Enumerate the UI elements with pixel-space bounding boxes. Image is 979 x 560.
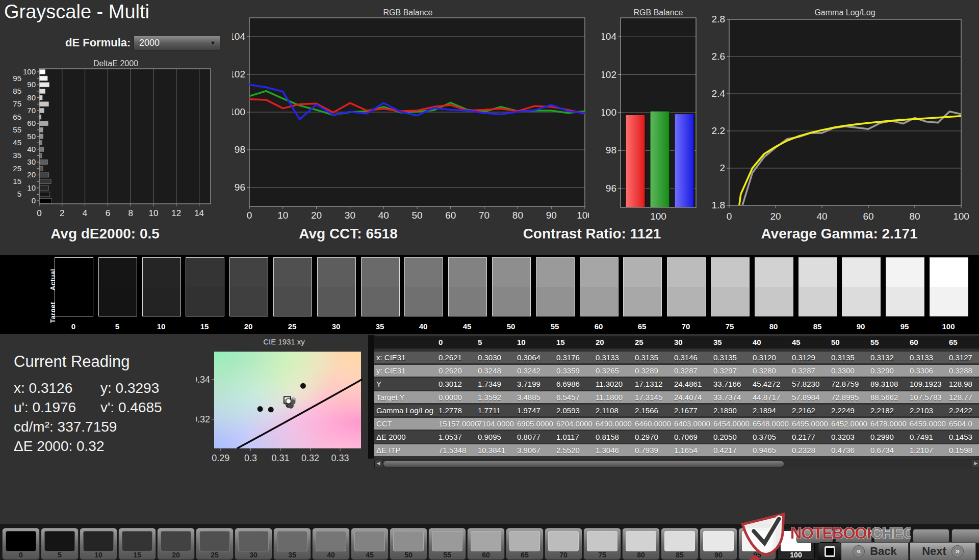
level-button-50[interactable]: 50 — [390, 528, 427, 560]
gray-swatch-label: 35 — [361, 322, 399, 331]
table-cell: 3.9067 — [517, 446, 540, 455]
table-row-label: ΔE ITP — [376, 446, 401, 455]
svg-text:50: 50 — [411, 210, 422, 221]
table-column-header: 35 — [713, 338, 722, 346]
gray-swatch-80 — [755, 257, 793, 316]
table-column-header: 10 — [517, 338, 526, 346]
svg-text:102: 102 — [602, 69, 616, 80]
level-button-65[interactable]: 65 — [506, 528, 544, 560]
table-cell: 2.1566 — [635, 406, 658, 415]
level-button-swatch — [316, 531, 346, 551]
gray-swatch-label: 100 — [930, 322, 967, 331]
level-button-70[interactable]: 70 — [545, 528, 582, 560]
level-button-0[interactable]: 0 — [2, 528, 40, 560]
svg-text:2: 2 — [719, 163, 725, 173]
chart-cie-1931-xy: CIE 1931 xy0.290.30.310.320.330.320.34 — [196, 336, 367, 468]
level-button-30[interactable]: 30 — [235, 528, 272, 560]
level-button-swatch — [6, 531, 36, 551]
table-cell: 2.1890 — [713, 406, 737, 415]
table-cell: 2.1677 — [674, 406, 698, 415]
table-column-header: 65 — [949, 338, 958, 346]
level-button-55[interactable]: 55 — [428, 528, 466, 560]
table-row-label: Y — [376, 380, 381, 388]
table-cell: 2.5520 — [556, 446, 580, 455]
table-row-label: CCT — [376, 419, 392, 428]
table-row-label: Target Y — [376, 393, 405, 402]
table-horizontal-scrollbar[interactable]: ◀▶ — [374, 460, 979, 468]
level-button-5[interactable]: 5 — [41, 528, 79, 560]
svg-text:60: 60 — [27, 119, 36, 127]
partially-hidden-button[interactable] — [951, 529, 979, 543]
level-button-label: 0 — [3, 551, 39, 559]
gray-swatch-label: 0 — [55, 322, 92, 331]
partially-hidden-button[interactable] — [913, 529, 949, 543]
table-column-header: 30 — [674, 338, 683, 346]
level-button-60[interactable]: 60 — [467, 528, 505, 560]
table-cell: 1.3592 — [478, 393, 501, 402]
table-cell: 0.3203 — [831, 433, 855, 441]
table-cell: 0.9095 — [478, 433, 501, 441]
next-button[interactable]: Next » — [910, 542, 976, 560]
table-cell: 0.3289 — [635, 366, 658, 375]
level-button-label: 45 — [351, 551, 388, 559]
level-button-20[interactable]: 20 — [157, 528, 195, 560]
de-formula-dropdown[interactable]: 2000 ▼ — [134, 35, 220, 50]
reading-luminance: cd/m²: 337.7159 — [14, 419, 117, 435]
scroll-left-arrow[interactable]: ◀ — [375, 460, 382, 467]
table-column-header: 0 — [439, 338, 443, 346]
svg-text:98: 98 — [235, 144, 245, 155]
gray-swatch-40 — [404, 257, 443, 316]
level-button-swatch — [509, 531, 540, 551]
level-button-90[interactable]: 90 — [700, 528, 737, 560]
level-button-15[interactable]: 15 — [118, 528, 156, 560]
table-cell: 3.7199 — [517, 380, 540, 388]
level-button-label: 70 — [545, 551, 582, 559]
next-button-label: Next — [922, 545, 946, 558]
table-cell: 17.3145 — [635, 393, 662, 402]
svg-text:RGB Balance: RGB Balance — [383, 8, 433, 17]
scroll-right-arrow[interactable]: ▶ — [972, 460, 979, 467]
level-button-35[interactable]: 35 — [273, 528, 311, 560]
svg-text:2.2: 2.2 — [712, 125, 725, 136]
level-button-75[interactable]: 75 — [583, 528, 621, 560]
level-button-10[interactable]: 10 — [80, 528, 117, 560]
gray-swatch-35 — [361, 257, 400, 316]
table-cell: 24.4861 — [674, 380, 702, 388]
current-reading-panel: Current Reading x: 0.3126 y: 0.3293 u': … — [10, 352, 214, 464]
level-button-80[interactable]: 80 — [622, 528, 660, 560]
level-button-label: 35 — [274, 551, 311, 559]
svg-text:100: 100 — [953, 211, 969, 222]
svg-text:14: 14 — [194, 208, 204, 218]
table-cell: 2.2422 — [949, 406, 972, 415]
level-button-swatch — [83, 531, 114, 551]
gray-swatch-label: 65 — [623, 322, 661, 331]
table-column-header: 40 — [753, 338, 761, 346]
table-row: y: CIE310.26200.32480.32420.33590.32650.… — [374, 365, 979, 377]
level-button-label: 10 — [80, 551, 117, 559]
table-cell: 0.3306 — [910, 366, 933, 375]
table-cell: 0.3176 — [556, 353, 580, 362]
table-cell: 6490.0000 — [596, 419, 632, 428]
table-cell: 6504.0 — [949, 419, 972, 428]
level-button-label: 40 — [313, 551, 349, 559]
svg-text:70: 70 — [27, 106, 36, 115]
scrollbar-thumb[interactable] — [383, 461, 784, 467]
table-cell: 0.1453 — [949, 433, 972, 441]
svg-text:30: 30 — [27, 157, 36, 166]
table-cell: 57.8230 — [792, 380, 819, 388]
svg-text:0.32: 0.32 — [196, 414, 210, 424]
gray-swatch-label: 60 — [580, 322, 617, 331]
logo-check-text: CHECK — [871, 524, 911, 542]
level-button-45[interactable]: 45 — [351, 528, 389, 560]
table-cell: 6459.0000 — [910, 419, 946, 428]
level-button-label: 80 — [623, 551, 659, 559]
table-cell: 0.3300 — [831, 366, 855, 375]
level-button-85[interactable]: 85 — [661, 528, 699, 560]
level-button-25[interactable]: 25 — [196, 528, 234, 560]
level-button-40[interactable]: 40 — [312, 528, 350, 560]
table-cell: 0.3030 — [478, 353, 501, 362]
gray-swatch-label: 5 — [98, 322, 136, 331]
reading-v-prime: v': 0.4685 — [100, 399, 162, 416]
level-button-swatch — [626, 531, 656, 551]
svg-text:0.34: 0.34 — [196, 375, 210, 385]
